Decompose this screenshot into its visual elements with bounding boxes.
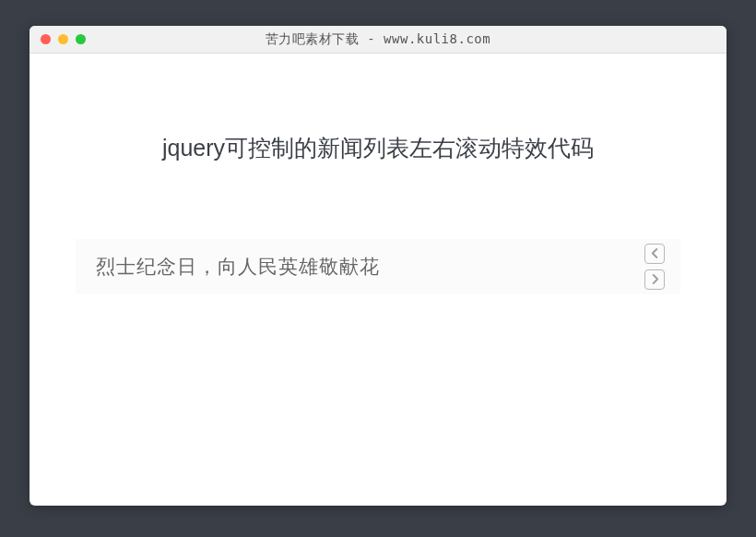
ticker-controls bbox=[629, 244, 680, 290]
chevron-left-icon bbox=[651, 247, 659, 261]
page-heading: jquery可控制的新闻列表左右滚动特效代码 bbox=[76, 54, 680, 163]
ticker-text: 烈士纪念日，向人民英雄敬献花 bbox=[96, 254, 629, 280]
chevron-right-icon bbox=[651, 273, 659, 287]
ticker-next-button[interactable] bbox=[644, 269, 665, 290]
news-ticker: 烈士纪念日，向人民英雄敬献花 bbox=[76, 239, 680, 294]
window-title: 苦力吧素材下载 - www.kuli8.com bbox=[30, 31, 726, 48]
page-content: jquery可控制的新闻列表左右滚动特效代码 烈士纪念日，向人民英雄敬献花 bbox=[30, 54, 726, 506]
ticker-viewport: 烈士纪念日，向人民英雄敬献花 bbox=[76, 254, 629, 280]
browser-window: 苦力吧素材下载 - www.kuli8.com jquery可控制的新闻列表左右… bbox=[30, 26, 726, 506]
titlebar: 苦力吧素材下载 - www.kuli8.com bbox=[30, 26, 726, 54]
ticker-prev-button[interactable] bbox=[644, 244, 665, 264]
